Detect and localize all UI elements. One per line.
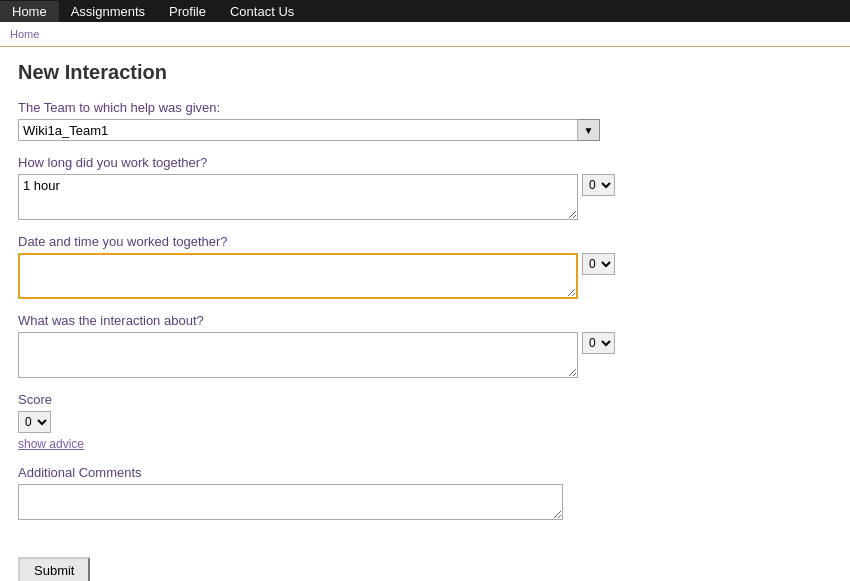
duration-field-group: How long did you work together? 1 hour 0… — [18, 155, 832, 220]
additional-label: Additional Comments — [18, 465, 832, 480]
datetime-row: 0 1 2 3 — [18, 253, 832, 299]
submit-button[interactable]: Submit — [18, 557, 90, 581]
additional-field-group: Additional Comments — [18, 465, 832, 523]
datetime-label: Date and time you worked together? — [18, 234, 832, 249]
duration-textarea[interactable]: 1 hour — [18, 174, 578, 220]
team-label: The Team to which help was given: — [18, 100, 832, 115]
nav-assignments[interactable]: Assignments — [59, 1, 157, 22]
show-advice-link[interactable]: show advice — [18, 437, 832, 451]
navbar: Home Assignments Profile Contact Us — [0, 0, 850, 22]
duration-row: 1 hour 0 1 2 3 — [18, 174, 832, 220]
nav-home[interactable]: Home — [0, 1, 59, 22]
duration-score-select[interactable]: 0 1 2 3 — [582, 174, 615, 196]
breadcrumb-home[interactable]: Home — [10, 28, 39, 40]
datetime-field-group: Date and time you worked together? 0 1 2… — [18, 234, 832, 299]
nav-profile[interactable]: Profile — [157, 1, 218, 22]
additional-textarea[interactable] — [18, 484, 563, 520]
main-content: New Interaction The Team to which help w… — [0, 47, 850, 581]
score-select[interactable]: 0 1 2 3 — [18, 411, 51, 433]
team-select-wrapper: ▼ — [18, 119, 832, 141]
team-field-group: The Team to which help was given: ▼ — [18, 100, 832, 141]
datetime-textarea[interactable] — [18, 253, 578, 299]
team-dropdown-button[interactable]: ▼ — [578, 119, 600, 141]
interaction-textarea[interactable] — [18, 332, 578, 378]
interaction-score-select[interactable]: 0 1 2 3 — [582, 332, 615, 354]
score-section: Score 0 1 2 3 show advice — [18, 392, 832, 451]
interaction-label: What was the interaction about? — [18, 313, 832, 328]
breadcrumb: Home — [0, 22, 850, 47]
nav-contact[interactable]: Contact Us — [218, 1, 306, 22]
datetime-score-select[interactable]: 0 1 2 3 — [582, 253, 615, 275]
duration-label: How long did you work together? — [18, 155, 832, 170]
score-label: Score — [18, 392, 832, 407]
score-row: 0 1 2 3 — [18, 411, 832, 433]
page-title: New Interaction — [18, 61, 832, 84]
interaction-field-group: What was the interaction about? 0 1 2 3 — [18, 313, 832, 378]
interaction-row: 0 1 2 3 — [18, 332, 832, 378]
team-input[interactable] — [18, 119, 578, 141]
